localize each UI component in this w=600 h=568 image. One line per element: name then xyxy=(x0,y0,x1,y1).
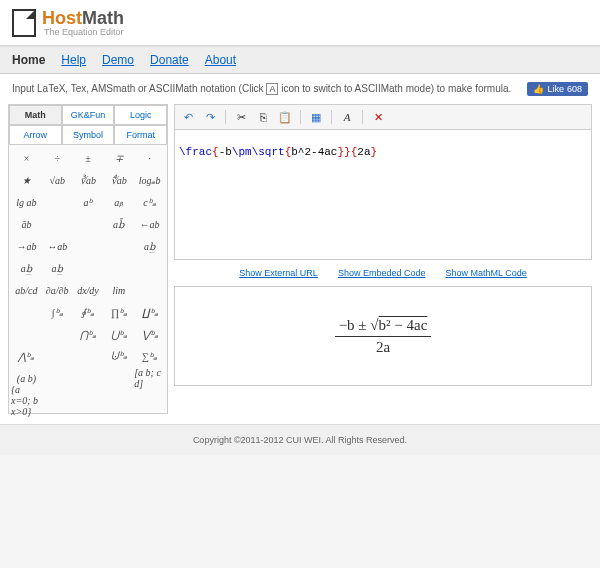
clear-button[interactable]: ✕ xyxy=(369,108,387,126)
palette-cell[interactable]: →ab xyxy=(11,235,42,257)
palette-cell[interactable]: logₐb xyxy=(134,169,165,191)
palette-cell[interactable]: {a x=0; b x>0} xyxy=(11,389,42,411)
palette-cell[interactable]: aᵦ xyxy=(103,191,134,213)
palette-cell xyxy=(42,213,73,235)
palette-cell xyxy=(11,301,42,323)
symbol-palette: Math GK&Fun Logic Arrow Symbol Format ×÷… xyxy=(8,104,168,414)
header: HostMath The Equation Editor xyxy=(0,0,600,46)
undo-button[interactable]: ↶ xyxy=(179,108,197,126)
palette-tab-math[interactable]: Math xyxy=(9,105,62,125)
show-mathml-code-link[interactable]: Show MathML Code xyxy=(445,268,526,278)
palette-cell xyxy=(103,389,134,411)
palette-tab-logic[interactable]: Logic xyxy=(114,105,167,125)
palette-grid: ×÷±∓·★√ab∛ab∜ablogₐblg abaᵇaᵦcᵇₐãbab̄←ab… xyxy=(9,145,167,413)
palette-cell[interactable]: ⋂ᵇₐ xyxy=(73,323,104,345)
palette-cell xyxy=(73,367,104,389)
palette-cell[interactable]: ab̲ xyxy=(42,257,73,279)
footer-copyright: Copyright ©2011-2012 CUI WEI. All Rights… xyxy=(0,424,600,455)
palette-cell[interactable]: ∐ᵇₐ xyxy=(134,301,165,323)
palette-cell xyxy=(42,323,73,345)
palette-cell[interactable]: ↔ab xyxy=(42,235,73,257)
palette-cell xyxy=(103,367,134,389)
palette-cell[interactable]: ∮ᵇₐ xyxy=(73,301,104,323)
palette-cell[interactable]: lg ab xyxy=(11,191,42,213)
palette-cell[interactable]: ⋁ᵇₐ xyxy=(134,323,165,345)
palette-cell xyxy=(42,191,73,213)
palette-tab-symbol[interactable]: Symbol xyxy=(62,125,115,145)
nav-donate[interactable]: Donate xyxy=(150,53,189,67)
logo-icon xyxy=(12,9,36,37)
mode-button[interactable]: ▦ xyxy=(307,108,325,126)
output-links: Show External URL Show Embeded Code Show… xyxy=(174,260,592,286)
separator xyxy=(225,110,226,124)
tagline: The Equation Editor xyxy=(44,27,124,37)
nav-demo[interactable]: Demo xyxy=(102,53,134,67)
palette-cell[interactable]: ∜ab xyxy=(103,169,134,191)
palette-cell[interactable]: ∏ᵇₐ xyxy=(103,301,134,323)
palette-cell[interactable]: ∓ xyxy=(103,147,134,169)
brand-title: HostMath xyxy=(42,8,124,29)
instruction-text-after: icon to switch to ASCIIMath mode) to mak… xyxy=(281,83,511,94)
palette-cell[interactable]: ab̄ xyxy=(103,213,134,235)
palette-cell xyxy=(42,345,73,367)
palette-cell[interactable]: ab̲ xyxy=(11,257,42,279)
palette-cell[interactable]: [a b; c d] xyxy=(134,367,165,389)
instruction-bar: Input LaTeX, Tex, AMSmath or ASCIIMath n… xyxy=(0,74,600,104)
show-embed-code-link[interactable]: Show Embeded Code xyxy=(338,268,426,278)
thumbs-up-icon: 👍 xyxy=(533,84,544,94)
separator xyxy=(331,110,332,124)
palette-cell[interactable]: ★ xyxy=(11,169,42,191)
palette-cell[interactable]: ÷ xyxy=(42,147,73,169)
palette-cell xyxy=(42,367,73,389)
facebook-like-button[interactable]: 👍 Like 608 xyxy=(527,82,588,96)
palette-cell[interactable]: ⋃ᵇₐ xyxy=(103,323,134,345)
palette-cell xyxy=(134,257,165,279)
palette-tabs: Math GK&Fun Logic Arrow Symbol Format xyxy=(9,105,167,145)
palette-cell[interactable]: ∂a/∂b xyxy=(42,279,73,301)
palette-cell[interactable]: ab̲ xyxy=(134,235,165,257)
palette-cell[interactable]: ãb xyxy=(11,213,42,235)
palette-cell[interactable]: ± xyxy=(73,147,104,169)
palette-cell[interactable]: × xyxy=(11,147,42,169)
palette-cell xyxy=(103,257,134,279)
show-external-url-link[interactable]: Show External URL xyxy=(239,268,318,278)
latex-input[interactable]: \frac{-b\pm\sqrt{b^2-4ac}}{2a} xyxy=(174,130,592,260)
palette-tab-arrow[interactable]: Arrow xyxy=(9,125,62,145)
formula-output: −b ± √b² − 4ac 2a xyxy=(174,286,592,386)
palette-tab-gkfun[interactable]: GK&Fun xyxy=(62,105,115,125)
palette-cell[interactable]: ab/cd xyxy=(11,279,42,301)
nav-help[interactable]: Help xyxy=(61,53,86,67)
redo-button[interactable]: ↷ xyxy=(201,108,219,126)
palette-cell[interactable]: cᵇₐ xyxy=(134,191,165,213)
palette-cell[interactable]: dx/dy xyxy=(73,279,104,301)
palette-cell xyxy=(134,279,165,301)
nav-about[interactable]: About xyxy=(205,53,236,67)
palette-cell[interactable]: aᵇ xyxy=(73,191,104,213)
nav-home[interactable]: Home xyxy=(12,53,45,67)
palette-cell[interactable]: ⨃ᵇₐ xyxy=(103,345,134,367)
separator xyxy=(362,110,363,124)
palette-cell xyxy=(73,235,104,257)
separator xyxy=(300,110,301,124)
palette-cell xyxy=(73,213,104,235)
paste-button[interactable]: 📋 xyxy=(276,108,294,126)
palette-cell[interactable]: · xyxy=(134,147,165,169)
palette-cell[interactable]: ∑ᵇₐ xyxy=(134,345,165,367)
palette-cell[interactable]: ←ab xyxy=(134,213,165,235)
palette-tab-format[interactable]: Format xyxy=(114,125,167,145)
instruction-text: Input LaTeX, Tex, AMSmath or ASCIIMath n… xyxy=(12,83,266,94)
palette-cell[interactable]: lim xyxy=(103,279,134,301)
cut-button[interactable]: ✂ xyxy=(232,108,250,126)
palette-cell[interactable]: √ab xyxy=(42,169,73,191)
palette-cell xyxy=(103,235,134,257)
asciimath-toggle-icon[interactable]: A xyxy=(266,83,278,95)
palette-cell xyxy=(134,389,165,411)
palette-cell[interactable]: ∛ab xyxy=(73,169,104,191)
font-button[interactable]: A xyxy=(338,108,356,126)
rendered-formula: −b ± √b² − 4ac 2a xyxy=(335,317,432,356)
palette-cell[interactable]: ⋀ᵇₐ xyxy=(11,345,42,367)
copy-button[interactable]: ⎘ xyxy=(254,108,272,126)
editor-toolbar: ↶ ↷ ✂ ⎘ 📋 ▦ A ✕ xyxy=(174,104,592,130)
sqrt-icon: √ xyxy=(370,317,378,333)
palette-cell[interactable]: ∫ᵇₐ xyxy=(42,301,73,323)
